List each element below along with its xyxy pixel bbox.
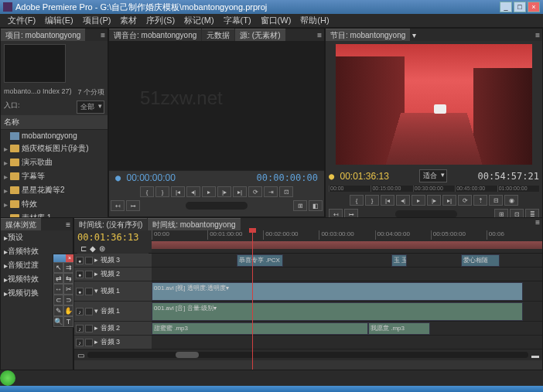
rolling-tool[interactable]: ⇆	[63, 273, 73, 284]
close-button[interactable]: ×	[528, 2, 540, 12]
source-tc-out[interactable]: 00:00:00:00	[257, 172, 318, 183]
slip-tool[interactable]: ⊂	[53, 295, 63, 305]
palette-close-icon[interactable]: ×	[66, 254, 73, 262]
zoom-fit-dropdown[interactable]: 适合	[419, 169, 447, 182]
clip-v3b[interactable]: 玉 玉	[391, 254, 407, 267]
program-ruler[interactable]: 00:00 00:15:00:00 00:30:00:00 00:45:00:0…	[329, 186, 539, 192]
export-frame-button[interactable]: ◉	[504, 195, 518, 206]
tab-metadata[interactable]: 元数据	[202, 29, 234, 41]
project-item-folder[interactable]: ▸星星花瓣等2	[1, 183, 108, 197]
selection-tool[interactable]: ↖	[53, 262, 63, 273]
clip-a1[interactable]: 001.avi [音] 音量:级别▾	[152, 302, 523, 321]
panel-menu-icon[interactable]: ≡	[98, 31, 108, 39]
snap-icon[interactable]: ⊏	[80, 244, 87, 253]
track-head-v3[interactable]: ●▸ 视频 3	[74, 254, 152, 268]
track-select-tool[interactable]: ⇉	[63, 262, 73, 273]
track-head-a2[interactable]: ♪▸ 音频 2	[74, 322, 152, 336]
lift-button[interactable]: ⇡	[473, 195, 487, 206]
lock-icon[interactable]	[85, 271, 93, 278]
timeline-tab-empty[interactable]: 时间线: (没有序列)	[74, 218, 147, 230]
speaker-icon[interactable]: ♪	[76, 308, 84, 315]
mark-out-button[interactable]: }	[155, 186, 169, 197]
project-col-name[interactable]: 名称	[1, 115, 108, 130]
zoom-thumb[interactable]	[176, 352, 199, 358]
mark-in-button[interactable]: {	[350, 195, 364, 206]
goto-in-button[interactable]: |◂	[171, 186, 185, 197]
src-btn-a[interactable]: ↤	[111, 200, 125, 211]
timeline-tc[interactable]: 00:01:36:13	[77, 232, 149, 243]
menu-project[interactable]: 项目(P)	[78, 15, 116, 26]
zoom-tool[interactable]: 🔍	[53, 316, 63, 327]
dropdown-icon[interactable]: ▾	[412, 31, 416, 39]
program-tc-duration[interactable]: 00:54:57:21	[478, 171, 539, 182]
src-btn-b[interactable]: ↦	[126, 200, 140, 211]
clip-v3a[interactable]: 恭喜专享 .PCX	[237, 254, 283, 267]
track-head-v1[interactable]: ●▾ 视频 1	[74, 281, 152, 302]
loop-button[interactable]: ⟳	[458, 195, 472, 206]
lock-icon[interactable]	[85, 308, 93, 315]
play-button[interactable]: ▸	[412, 195, 425, 206]
extract-button[interactable]: ⊟	[489, 195, 503, 206]
zoom-in-icon[interactable]: ▬	[531, 351, 539, 360]
tab-source[interactable]: 源: (无素材)	[235, 29, 285, 41]
project-tab[interactable]: 项目: mobantongyong	[1, 29, 85, 41]
lock-icon[interactable]	[85, 288, 93, 295]
goto-in-button[interactable]: |◂	[381, 195, 394, 206]
panel-menu-icon[interactable]: ≡	[63, 220, 73, 229]
menu-edit[interactable]: 编辑(E)	[40, 15, 78, 26]
project-item-sequence[interactable]: mobantongyong	[1, 130, 108, 141]
marker-icon[interactable]: ◆	[90, 244, 96, 253]
effects-presets[interactable]: ▸预设	[1, 230, 73, 244]
eye-icon[interactable]: ●	[76, 257, 84, 264]
speaker-icon[interactable]: ♪	[76, 325, 84, 332]
tool-palette[interactable]: × ↖⇉ ⇄⇆ ↔✂ ⊂⊃ ✎✋ 🔍T	[53, 254, 74, 328]
panel-menu-icon[interactable]: ≡	[315, 31, 324, 39]
type-tool[interactable]: T	[63, 316, 73, 327]
lock-icon[interactable]	[85, 325, 93, 332]
track-head-a3[interactable]: ♪▸ 音频 3	[74, 336, 152, 349]
ripple-tool[interactable]: ⇄	[53, 273, 63, 284]
track-head-v2[interactable]: ●▸ 视频 2	[74, 268, 152, 281]
clip-v1[interactable]: 001.avi [视] 透明度:透明度▾	[152, 282, 523, 301]
lock-icon[interactable]	[85, 257, 93, 264]
program-tc-current[interactable]: ● 00:01:36:13	[329, 171, 389, 182]
menu-file[interactable]: 文件(F)	[3, 15, 40, 26]
tab-audio-mixer[interactable]: 调音台: mobantongyong	[109, 29, 201, 41]
mark-out-button[interactable]: }	[365, 195, 379, 206]
maximize-button[interactable]: □	[514, 2, 526, 12]
project-item-folder[interactable]: ▸婚庆模板图片(珍贵)	[1, 141, 108, 155]
eye-icon[interactable]: ●	[76, 288, 84, 295]
source-monitor[interactable]: 51zxw.net	[109, 41, 324, 170]
zoom-out-icon[interactable]: ▭	[77, 351, 84, 360]
goto-out-button[interactable]: ▸|	[233, 186, 247, 197]
overwrite-button[interactable]: ⊡	[279, 186, 293, 197]
clip-v3c[interactable]: 爱心相随	[461, 254, 500, 267]
step-back-button[interactable]: ◂|	[396, 195, 410, 206]
step-fwd-button[interactable]: |▸	[217, 186, 231, 197]
start-orb[interactable]	[0, 370, 15, 386]
src-btn-c[interactable]: ⊞	[293, 200, 307, 211]
program-monitor[interactable]	[336, 44, 532, 165]
pen-tool[interactable]: ✎	[53, 305, 63, 316]
step-back-button[interactable]: ◂|	[186, 186, 200, 197]
work-area-bar[interactable]	[152, 241, 542, 249]
panel-menu-icon[interactable]: ≡	[533, 31, 542, 39]
razor-tool[interactable]: ✂	[63, 284, 73, 295]
shuttle-slider[interactable]	[186, 202, 248, 210]
panel-menu-icon[interactable]: ≡	[533, 218, 542, 230]
rate-tool[interactable]: ↔	[53, 284, 63, 295]
timeline-tab-active[interactable]: 时间线: mobantongyong	[148, 218, 240, 230]
clip-a2a[interactable]: 甜蜜蜜 .mp3	[152, 322, 368, 335]
menu-sequence[interactable]: 序列(S)	[142, 15, 179, 26]
menu-help[interactable]: 帮助(H)	[295, 15, 333, 26]
insert-button[interactable]: ⇥	[264, 186, 278, 197]
lock-icon[interactable]	[85, 339, 93, 346]
timeline-ruler[interactable]: 00:00 00:01:00:00 00:02:00:00 00:03:00:0…	[152, 230, 542, 253]
project-item-folder[interactable]: ▸特效	[1, 197, 108, 211]
project-item-folder[interactable]: ▸字幕等	[1, 169, 108, 183]
menu-title[interactable]: 字幕(T)	[219, 15, 256, 26]
eye-icon[interactable]: ●	[76, 271, 84, 278]
minimize-button[interactable]: _	[500, 2, 512, 12]
menu-clip[interactable]: 素材	[115, 15, 142, 26]
menu-marker[interactable]: 标记(M)	[179, 15, 219, 26]
